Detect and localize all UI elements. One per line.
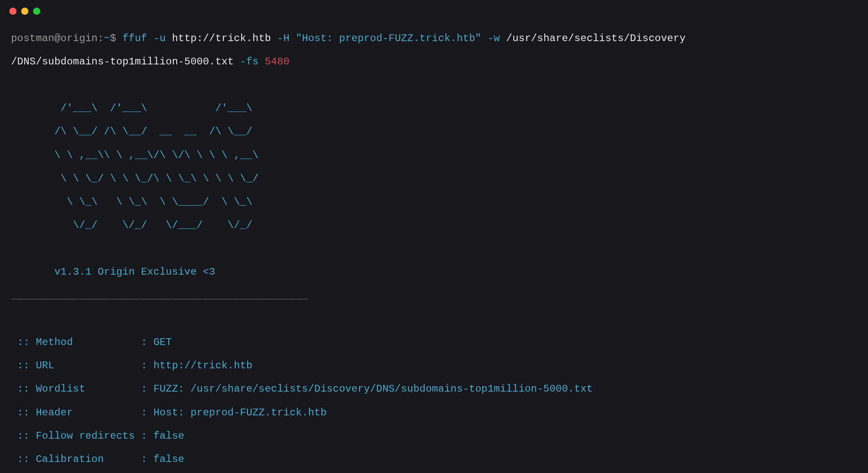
cfg-prefix: :: bbox=[11, 360, 36, 371]
cmd-flag-fs: -fs bbox=[240, 56, 259, 67]
prompt-dollar: $ bbox=[110, 33, 117, 44]
cfg-prefix: :: bbox=[11, 337, 36, 348]
cfg-label: Header bbox=[36, 407, 135, 418]
config-url: :: URL : http://trick.htb bbox=[11, 360, 857, 372]
config-header: :: Header : Host: preprod-FUZZ.trick.htb bbox=[11, 407, 857, 419]
config-follow-redirects: :: Follow redirects : false bbox=[11, 430, 857, 442]
cfg-value: false bbox=[153, 454, 184, 465]
version-line: v1.3.1 Origin Exclusive <3 bbox=[11, 266, 857, 278]
ascii-art-4: \ \ \_/ \ \ \_/\ \ \_\ \ \ \ \_/ bbox=[11, 173, 857, 185]
close-icon[interactable] bbox=[9, 8, 17, 15]
config-calibration: :: Calibration : false bbox=[11, 454, 857, 465]
prompt-cwd: ~ bbox=[104, 33, 110, 44]
cfg-value: Host: preprod-FUZZ.trick.htb bbox=[153, 407, 327, 418]
terminal-window: postman@origin:~$ ffuf -u http://trick.h… bbox=[0, 0, 868, 473]
ascii-art-6: \/_/ \/_/ \/___/ \/_/ bbox=[11, 220, 857, 231]
cfg-value: http://trick.htb bbox=[153, 360, 253, 371]
cfg-value: FUZZ: /usr/share/seclists/Discovery/DNS/… bbox=[153, 383, 593, 395]
cfg-label: Follow redirects bbox=[36, 430, 135, 442]
cfg-colon: : bbox=[135, 383, 153, 395]
cfg-colon: : bbox=[135, 407, 153, 418]
ascii-art-2: /\ \__/ /\ \__/ __ __ /\ \__/ bbox=[11, 126, 857, 138]
config-method: :: Method : GET bbox=[11, 337, 857, 348]
cfg-colon: : bbox=[135, 360, 153, 371]
cmd-fs-value: 5480 bbox=[265, 56, 289, 67]
config-wordlist: :: Wordlist : FUZZ: /usr/share/seclists/… bbox=[11, 383, 857, 395]
cfg-label: Wordlist bbox=[36, 383, 135, 395]
cfg-prefix: :: bbox=[11, 430, 36, 442]
cmd-flag-h: -H bbox=[277, 33, 289, 44]
cmd-bin: ffuf bbox=[122, 33, 147, 44]
cfg-colon: : bbox=[135, 430, 153, 442]
cfg-prefix: :: bbox=[11, 454, 36, 465]
cmd-wordlist-part2: /DNS/subdomains-top1million-5000.txt bbox=[11, 56, 234, 67]
prompt-user-host: postman@origin bbox=[11, 33, 97, 44]
cfg-label: Method bbox=[36, 337, 135, 348]
cfg-value: GET bbox=[153, 337, 172, 348]
maximize-icon[interactable] bbox=[33, 8, 40, 15]
cfg-label: URL bbox=[36, 360, 135, 371]
cfg-prefix: :: bbox=[11, 407, 36, 418]
cmd-flag-u: -u bbox=[153, 33, 166, 44]
window-titlebar bbox=[0, 0, 868, 21]
divider-top: ________________________________________… bbox=[11, 290, 857, 302]
cfg-colon: : bbox=[135, 454, 153, 465]
cmd-header-arg: "Host: preprod-FUZZ.trick.htb" bbox=[296, 33, 481, 44]
cfg-label: Calibration bbox=[36, 454, 135, 465]
ascii-art-1: /'___\ /'___\ /'___\ bbox=[11, 103, 857, 114]
cfg-colon: : bbox=[135, 337, 153, 348]
cfg-value: false bbox=[153, 430, 184, 442]
ascii-art-3: \ \ ,__\\ \ ,__\/\ \/\ \ \ \ ,__\ bbox=[11, 150, 857, 161]
cfg-prefix: :: bbox=[11, 383, 36, 395]
prompt-sep: : bbox=[97, 33, 104, 44]
command-line: postman@origin:~$ ffuf -u http://trick.h… bbox=[11, 33, 857, 45]
cmd-url: http://trick.htb bbox=[172, 33, 271, 44]
minimize-icon[interactable] bbox=[21, 8, 28, 15]
command-line-2: /DNS/subdomains-top1million-5000.txt -fs… bbox=[11, 56, 857, 68]
cmd-wordlist-part1: /usr/share/seclists/Discovery bbox=[506, 33, 685, 44]
cmd-flag-w: -w bbox=[488, 33, 500, 44]
ascii-art-5: \ \_\ \ \_\ \ \____/ \ \_\ bbox=[11, 196, 857, 208]
terminal-body[interactable]: postman@origin:~$ ffuf -u http://trick.h… bbox=[0, 21, 868, 473]
